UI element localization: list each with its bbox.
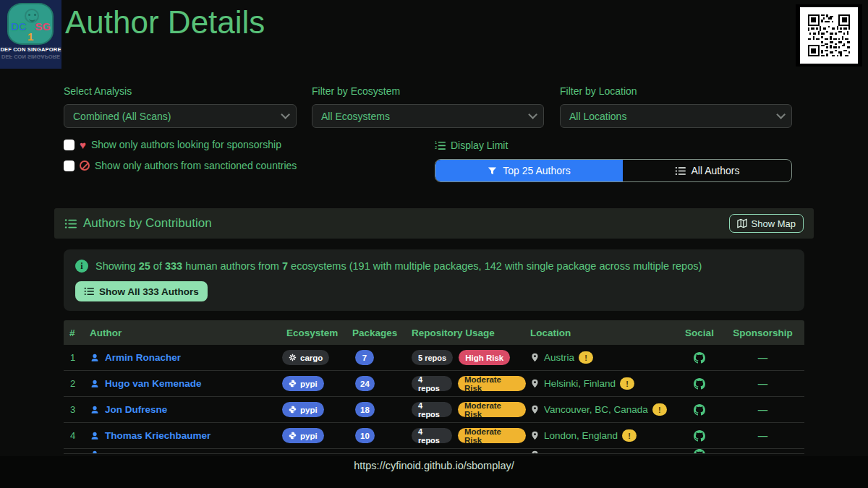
logo-sg-text: SG xyxy=(35,20,51,33)
analysis-select-value: Combined (All Scans) xyxy=(73,111,171,122)
chevron-down-icon xyxy=(281,110,290,119)
col-social: Social xyxy=(678,328,721,338)
packages-badge: 7 xyxy=(355,350,374,365)
defcon-singapore-logo: DC SG 1 DEF CON SINGAPORE DEF CON SINGAP… xyxy=(0,0,61,69)
authors-table: # Author Ecosystem Packages Repository U… xyxy=(64,320,804,454)
sponsorship-value: — xyxy=(721,378,804,389)
table-row-partial xyxy=(64,449,804,454)
section-header: Authors by Contribution Show Map xyxy=(54,208,814,239)
analysis-select[interactable]: Combined (All Scans) xyxy=(64,104,297,128)
info-icon: i xyxy=(75,260,88,273)
sanctioned-checkbox[interactable] xyxy=(64,160,75,171)
map-icon xyxy=(737,218,747,228)
ecosystem-select-value: All Ecosystems xyxy=(321,111,390,122)
col-author: Author xyxy=(85,328,282,338)
show-all-authors-label: Show All 333 Authors xyxy=(99,286,199,297)
ecosystem-pill: pypi xyxy=(282,428,324,443)
location-pin-icon xyxy=(530,379,540,388)
svg-text:1: 1 xyxy=(435,140,437,145)
logo-caption: DEF CON SINGAPORE xyxy=(0,46,61,53)
repos-pill: 5 repos xyxy=(412,350,453,365)
risk-pill: Moderate Risk xyxy=(458,428,526,443)
author-link[interactable]: Armin Ronacher xyxy=(105,352,181,363)
warning-badge: ! xyxy=(652,403,667,416)
location-text: Helsinki, Finland xyxy=(544,378,616,389)
risk-pill: Moderate Risk xyxy=(458,402,526,417)
sponsorship-checkbox[interactable] xyxy=(64,140,75,150)
author-link[interactable]: Hugo van Kemenade xyxy=(105,378,202,389)
rank: 3 xyxy=(64,404,85,415)
bullet-list-icon xyxy=(64,218,77,230)
all-authors-button[interactable]: All Authors xyxy=(623,160,791,181)
location-pin-icon xyxy=(530,405,540,414)
display-limit-label: Display Limit xyxy=(451,140,508,151)
qr-pattern xyxy=(804,11,854,60)
github-icon[interactable] xyxy=(694,352,705,364)
summary-card: i Showing 25 of 333 human authors from 7… xyxy=(64,249,804,311)
person-icon xyxy=(90,379,100,389)
footer: https://cyfinoid.github.io/sbomplay/ xyxy=(0,456,868,488)
all-authors-label: All Authors xyxy=(692,165,740,176)
repos-pill: 4 repos xyxy=(412,376,452,391)
github-icon[interactable] xyxy=(694,404,705,416)
select-analysis-label: Select Analysis xyxy=(64,85,132,97)
rank: 1 xyxy=(64,352,85,363)
col-sponsorship: Sponsorship xyxy=(721,328,804,338)
sponsorship-value: — xyxy=(721,352,804,363)
packages-badge: 10 xyxy=(355,428,375,443)
person-icon xyxy=(90,405,100,415)
col-rank: # xyxy=(64,328,85,338)
col-repo-usage: Repository Usage xyxy=(407,328,526,338)
logo-number: 1 xyxy=(27,30,33,43)
risk-pill: High Risk xyxy=(459,350,510,365)
python-icon xyxy=(289,380,297,388)
chevron-down-icon xyxy=(776,110,786,119)
table-row: 1 Armin Ronacher cargo 7 5 repos High Ri… xyxy=(64,345,804,371)
location-pin-icon xyxy=(530,353,540,362)
table-row: 4 Thomas Kriechbaumer pypi 10 4 repos Mo… xyxy=(64,423,804,449)
location-text: Vancouver, BC, Canada xyxy=(544,404,648,415)
section-title: Authors by Contribution xyxy=(83,216,212,231)
qr-code xyxy=(796,4,862,67)
sponsorship-value: — xyxy=(721,404,804,415)
ecosystem-pill: pypi xyxy=(282,376,324,391)
github-icon[interactable] xyxy=(694,430,705,442)
author-link[interactable]: Jon Dufresne xyxy=(105,404,167,415)
svg-text:2: 2 xyxy=(435,145,437,149)
sponsorship-value: — xyxy=(721,430,804,441)
location-select-value: All Locations xyxy=(569,111,626,122)
page-title: Author Details xyxy=(65,4,265,40)
col-packages: Packages xyxy=(348,328,407,338)
gear-icon xyxy=(289,354,297,361)
packages-badge: 18 xyxy=(355,402,375,417)
author-link[interactable]: Thomas Kriechbaumer xyxy=(105,430,210,441)
bullet-list-icon xyxy=(84,286,94,296)
numbered-list-icon: 1 2 xyxy=(435,140,446,151)
top-25-authors-button[interactable]: Top 25 Authors xyxy=(435,160,623,181)
github-icon[interactable] xyxy=(694,378,705,390)
python-icon xyxy=(289,406,297,414)
person-icon xyxy=(90,450,100,454)
warning-badge: ! xyxy=(579,351,593,364)
ecosystem-pill: cargo xyxy=(282,350,329,365)
summary-text: Showing 25 of 333 human authors from 7 e… xyxy=(95,260,702,272)
table-header-row: # Author Ecosystem Packages Repository U… xyxy=(64,320,804,345)
location-select[interactable]: All Locations xyxy=(560,104,792,128)
logo-dc-text: DC xyxy=(11,20,27,33)
summary-line: i Showing 25 of 333 human authors from 7… xyxy=(75,260,793,273)
filter-location-label: Filter by Location xyxy=(560,85,637,97)
logo-caption-reflection: DEF CON SINGAPORE xyxy=(0,53,61,60)
funnel-icon xyxy=(488,166,497,176)
ecosystem-select[interactable]: All Ecosystems xyxy=(312,104,544,128)
ecosystem-pill: pypi xyxy=(282,402,324,417)
rank: 2 xyxy=(64,378,85,389)
show-map-button[interactable]: Show Map xyxy=(729,214,804,233)
display-limit-toggle: Top 25 Authors All Authors xyxy=(435,159,792,182)
warning-badge: ! xyxy=(622,429,637,442)
risk-pill: Moderate Risk xyxy=(458,376,526,391)
show-all-authors-button[interactable]: Show All 333 Authors xyxy=(75,281,208,301)
logo-emblem: DC SG 1 xyxy=(7,3,54,45)
filter-ecosystem-label: Filter by Ecosystem xyxy=(312,85,400,97)
no-entry-icon xyxy=(80,160,90,171)
chevron-down-icon xyxy=(528,110,537,119)
